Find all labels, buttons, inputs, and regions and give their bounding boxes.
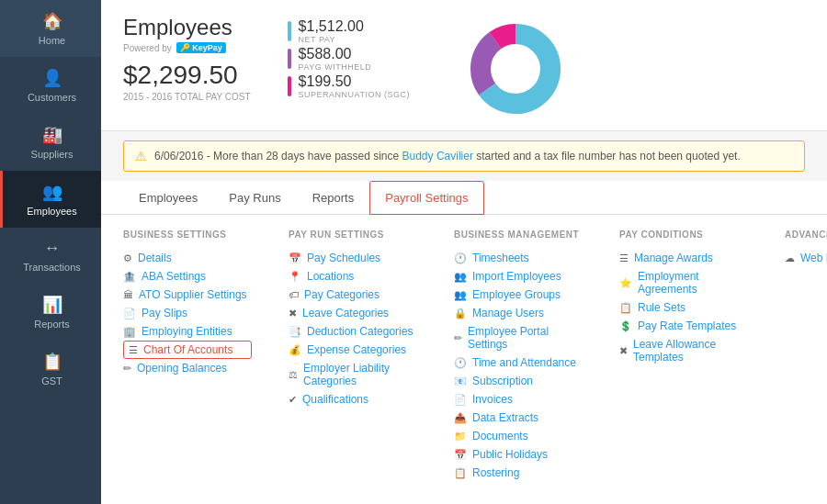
manage-users-icon: 🔒 xyxy=(454,308,467,319)
leave-categories-link[interactable]: ✖Leave Categories xyxy=(289,304,417,322)
pay-conditions-column: PAY CONDITIONS ☰Manage Awards ⭐Employmen… xyxy=(619,230,748,482)
rule-sets-icon: 📋 xyxy=(619,302,632,314)
sidebar-item-home[interactable]: 🏠 Home xyxy=(0,0,101,57)
pay-categories-link[interactable]: 🏷Pay Categories xyxy=(289,286,417,304)
pay-schedules-link[interactable]: 📅Pay Schedules xyxy=(289,249,417,267)
invoices-link[interactable]: 📄Invoices xyxy=(454,390,583,409)
pay-slips-link[interactable]: 📄Pay Slips xyxy=(123,304,252,322)
pay-schedules-icon: 📅 xyxy=(289,252,301,264)
employing-entities-link[interactable]: 🏢Employing Entities xyxy=(123,322,252,341)
qualifications-link[interactable]: ✔Qualifications xyxy=(289,390,417,409)
tabs-bar: Employees Pay Runs Reports Payroll Setti… xyxy=(101,181,827,215)
ato-supplier-link[interactable]: 🏛ATO Supplier Settings xyxy=(123,286,252,304)
sidebar-item-gst[interactable]: 📋 GST xyxy=(0,341,101,398)
tab-pay-runs[interactable]: Pay Runs xyxy=(213,181,296,215)
tab-payroll-settings[interactable]: Payroll Settings xyxy=(369,181,483,215)
net-pay-label: NET PAY xyxy=(299,35,364,44)
opening-balances-link[interactable]: ✏Opening Balances xyxy=(123,359,252,377)
business-management-heading: BUSINESS MANAGEMENT xyxy=(454,230,583,240)
chart-of-accounts-link[interactable]: ☰Chart Of Accounts xyxy=(123,341,252,359)
deduction-categories-link[interactable]: 📑Deduction Categories xyxy=(289,322,417,341)
super-bar xyxy=(288,76,291,96)
alert-banner: ⚠ 6/06/2016 - More than 28 days have pas… xyxy=(123,140,805,172)
rostering-link[interactable]: 📋Rostering xyxy=(454,464,583,482)
powered-by: Powered by 🔑 KeyPay xyxy=(123,42,251,53)
main-content: Employees Powered by 🔑 KeyPay $2,299.50 … xyxy=(101,0,827,504)
employer-liability-link[interactable]: ⚖Employer Liability Categories xyxy=(289,359,417,390)
pay-conditions-heading: PAY CONDITIONS xyxy=(619,230,748,240)
timesheets-icon: 🕐 xyxy=(454,252,467,264)
header-left: Employees Powered by 🔑 KeyPay $2,299.50 … xyxy=(123,15,251,102)
business-settings-heading: BUSINESS SETTINGS xyxy=(123,230,252,240)
super-label: SUPERANNUATION (SGC) xyxy=(299,90,410,99)
web-hooks-icon: ☁ xyxy=(785,252,795,264)
payg-bar xyxy=(288,49,291,69)
gst-icon: 📋 xyxy=(42,352,62,372)
sidebar-item-label: Suppliers xyxy=(31,149,74,160)
pay-slips-icon: 📄 xyxy=(123,308,136,319)
rule-sets-link[interactable]: 📋Rule Sets xyxy=(619,298,748,317)
pay-rate-templates-link[interactable]: 💲Pay Rate Templates xyxy=(619,317,748,335)
web-hooks-link[interactable]: ☁Web Hooks xyxy=(785,249,827,267)
timesheets-link[interactable]: 🕐Timesheets xyxy=(454,249,583,267)
manage-users-link[interactable]: 🔒Manage Users xyxy=(454,304,583,322)
invoices-icon: 📄 xyxy=(454,394,467,406)
leave-allowance-link[interactable]: ✖Leave Allowance Templates xyxy=(619,335,748,366)
time-attendance-link[interactable]: 🕐Time and Attendance xyxy=(454,353,583,372)
total-pay-label: 2015 - 2016 TOTAL PAY COST xyxy=(123,92,251,102)
employee-portal-icon: ✏ xyxy=(454,332,462,344)
data-extracts-link[interactable]: 📤Data Extracts xyxy=(454,409,583,427)
employee-groups-icon: 👥 xyxy=(454,289,467,301)
sidebar-item-suppliers[interactable]: 🏭 Suppliers xyxy=(0,114,101,171)
net-pay-stat: $1,512.00 NET PAY xyxy=(288,18,410,44)
alert-person-link[interactable]: Buddy Cavilier xyxy=(402,150,473,162)
pay-run-settings-column: PAY RUN SETTINGS 📅Pay Schedules 📍Locatio… xyxy=(289,230,417,482)
sidebar-item-transactions[interactable]: ↔ Transactions xyxy=(0,228,101,284)
business-settings-column: BUSINESS SETTINGS ⚙Details 🏦ABA Settings… xyxy=(123,230,252,482)
business-management-column: BUSINESS MANAGEMENT 🕐Timesheets 👥Import … xyxy=(454,230,583,482)
sidebar-item-label: Home xyxy=(39,35,65,46)
net-pay-bar xyxy=(288,21,291,41)
super-amount: $199.50 xyxy=(299,73,410,90)
sidebar-item-customers[interactable]: 👤 Customers xyxy=(0,57,101,114)
donut-chart xyxy=(465,18,566,119)
sidebar-item-label: Employees xyxy=(27,206,76,217)
content-header: Employees Powered by 🔑 KeyPay $2,299.50 … xyxy=(101,0,827,131)
transactions-icon: ↔ xyxy=(44,239,61,258)
sidebar-item-label: Reports xyxy=(34,319,70,330)
advanced-heading: ADVANCED xyxy=(785,230,827,240)
employer-liability-icon: ⚖ xyxy=(289,369,298,381)
sidebar: 🏠 Home 👤 Customers 🏭 Suppliers 👥 Employe… xyxy=(0,0,101,504)
documents-link[interactable]: 📁Documents xyxy=(454,427,583,445)
home-icon: 🏠 xyxy=(42,11,62,31)
employees-icon: 👥 xyxy=(42,182,62,202)
alert-prefix: 6/06/2016 - More than 28 days have passe… xyxy=(154,150,402,162)
locations-icon: 📍 xyxy=(289,271,301,283)
employment-agreements-link[interactable]: ⭐Employment Agreements xyxy=(619,267,748,298)
payg-label: PAYG WITHHELD xyxy=(299,62,372,72)
alert-icon: ⚠ xyxy=(135,149,147,163)
total-pay-amount: $2,299.50 xyxy=(123,61,251,90)
tab-employees[interactable]: Employees xyxy=(123,181,213,215)
keypay-logo: 🔑 KeyPay xyxy=(176,42,226,53)
sidebar-item-reports[interactable]: 📊 Reports xyxy=(0,284,101,341)
tab-reports[interactable]: Reports xyxy=(297,181,370,215)
data-extracts-icon: 📤 xyxy=(454,412,467,424)
details-link[interactable]: ⚙Details xyxy=(123,249,252,267)
aba-settings-link[interactable]: 🏦ABA Settings xyxy=(123,267,252,286)
alert-suffix: started and a tax file number has not be… xyxy=(473,150,741,162)
ato-icon: 🏛 xyxy=(123,289,133,300)
import-employees-link[interactable]: 👥Import Employees xyxy=(454,267,583,286)
expense-categories-link[interactable]: 💰Expense Categories xyxy=(289,341,417,359)
employee-portal-link[interactable]: ✏Employee Portal Settings xyxy=(454,322,583,353)
subscription-link[interactable]: 📧Subscription xyxy=(454,372,583,390)
chart-accounts-icon: ☰ xyxy=(129,344,138,356)
manage-awards-link[interactable]: ☰Manage Awards xyxy=(619,249,748,267)
employee-groups-link[interactable]: 👥Employee Groups xyxy=(454,286,583,304)
sidebar-item-employees[interactable]: 👥 Employees xyxy=(0,171,101,228)
public-holidays-link[interactable]: 📅Public Holidays xyxy=(454,445,583,464)
documents-icon: 📁 xyxy=(454,431,467,442)
customers-icon: 👤 xyxy=(42,68,62,88)
locations-link[interactable]: 📍Locations xyxy=(289,267,417,286)
page-title: Employees xyxy=(123,15,251,40)
